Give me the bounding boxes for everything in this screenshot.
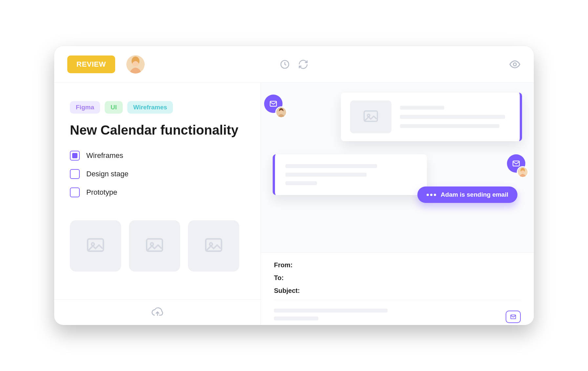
checklist-item-wireframes[interactable]: Wireframes: [70, 151, 245, 161]
sender-avatar[interactable]: [517, 166, 529, 178]
upload-icon[interactable]: [151, 305, 164, 320]
image-thumbnail[interactable]: [188, 220, 239, 272]
message-card[interactable]: [273, 154, 427, 195]
tag-figma[interactable]: Figma: [70, 101, 100, 114]
tag-wireframes[interactable]: Wireframes: [127, 101, 173, 114]
compose-to-label: To:: [274, 274, 521, 282]
checklist-item-prototype[interactable]: Prototype: [70, 187, 245, 197]
image-thumbnail[interactable]: [129, 220, 180, 272]
text-skeleton: [400, 100, 511, 133]
typing-dots-icon: [427, 194, 436, 196]
checklist-label: Design stage: [86, 170, 128, 178]
compose-from-label: From:: [274, 261, 521, 269]
right-pane: Adam is sending email From: To: Subject:: [261, 83, 534, 325]
image-thumbnail[interactable]: [70, 220, 121, 272]
text-skeleton: [285, 164, 416, 185]
message-card[interactable]: [341, 93, 522, 141]
compose-subject-label: Subject:: [274, 287, 521, 295]
compose-panel: From: To: Subject:: [261, 252, 534, 325]
page-title: New Calendar functionality: [70, 123, 245, 138]
checklist: Wireframes Design stage Prototype: [70, 151, 245, 197]
checkbox-icon[interactable]: [70, 169, 80, 179]
refresh-icon[interactable]: [298, 59, 308, 70]
conversation-area: Adam is sending email: [261, 83, 534, 252]
header-center-icons: [280, 59, 308, 70]
tag-row: Figma UI Wireframes: [70, 101, 245, 114]
checklist-label: Wireframes: [86, 151, 123, 160]
eye-icon[interactable]: [509, 58, 521, 70]
send-mail-button[interactable]: [506, 311, 521, 323]
header: REVIEW: [54, 46, 534, 83]
thumbnail-row: [70, 220, 245, 272]
app-window: REVIEW Figma UI Wireframes New Calendar …: [54, 46, 534, 325]
left-footer: [54, 299, 261, 325]
sender-avatar[interactable]: [275, 106, 287, 118]
status-text: Adam is sending email: [441, 191, 508, 198]
image-icon: [350, 100, 391, 133]
body: Figma UI Wireframes New Calendar functio…: [54, 83, 534, 325]
svg-point-3: [514, 63, 516, 66]
checklist-label: Prototype: [86, 188, 117, 197]
review-button[interactable]: REVIEW: [67, 55, 115, 73]
status-pill: Adam is sending email: [417, 186, 517, 203]
message-incoming: [273, 93, 522, 141]
checklist-item-design-stage[interactable]: Design stage: [70, 169, 245, 179]
user-avatar[interactable]: [126, 55, 145, 74]
compose-body[interactable]: [274, 300, 521, 325]
clock-icon[interactable]: [280, 59, 290, 70]
checkbox-icon[interactable]: [70, 187, 80, 197]
left-pane: Figma UI Wireframes New Calendar functio…: [54, 83, 261, 325]
tag-ui[interactable]: UI: [105, 101, 123, 114]
message-outgoing: Adam is sending email: [273, 154, 522, 195]
checkbox-icon[interactable]: [70, 151, 80, 161]
